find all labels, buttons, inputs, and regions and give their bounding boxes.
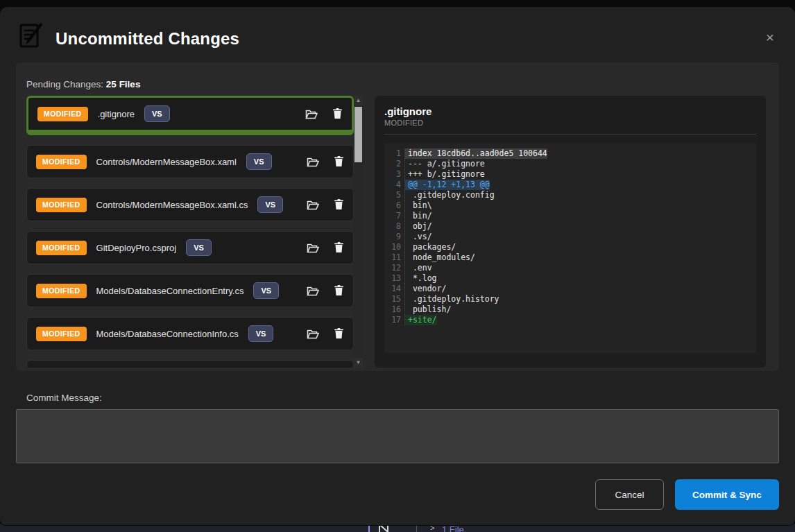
line-number: 12: [388, 263, 405, 273]
line-number: 11: [388, 252, 405, 263]
line-number: 6: [388, 200, 405, 211]
dialog-title: Uncommitted Changes: [55, 29, 239, 49]
row-actions: [305, 108, 343, 119]
row-actions: [307, 242, 344, 253]
vs-diff-button[interactable]: VS: [144, 105, 170, 122]
line-text: .gitdeploy.config: [405, 190, 495, 200]
line-number: 1: [388, 148, 405, 159]
diff-line: 9 .vs/: [388, 232, 752, 242]
file-row[interactable]: MODIFIED .gitignore VS: [26, 96, 354, 135]
line-text: vendor/: [405, 284, 446, 294]
file-list-scrollbar[interactable]: ▲ ▼: [354, 96, 363, 368]
pending-file-count: 25 Files: [106, 79, 141, 89]
diff-panel: .gitignore MODIFIED 1index 18cdb6d..aad0…: [375, 96, 766, 368]
diff-line: 12 .env: [388, 263, 752, 273]
trash-icon[interactable]: [332, 108, 343, 119]
vs-diff-button[interactable]: VS: [253, 282, 279, 299]
commit-message-input[interactable]: [16, 409, 779, 463]
row-actions: [307, 328, 344, 339]
screen: > 1 File Uncommitted Changes × Pending C…: [0, 0, 795, 532]
trash-icon[interactable]: [334, 156, 344, 167]
vs-diff-button[interactable]: VS: [257, 196, 283, 213]
status-badge: MODIFIED: [36, 327, 87, 341]
line-text: .vs/: [405, 232, 432, 242]
line-text: node_modules/: [405, 252, 475, 263]
line-text: +site/: [405, 315, 437, 325]
open-folder-icon[interactable]: [307, 329, 319, 339]
open-folder-icon[interactable]: [307, 200, 319, 210]
line-text: --- a/.gitignore: [405, 159, 485, 169]
scrollbar-thumb[interactable]: [354, 107, 362, 162]
commit-message-label: Commit Message:: [26, 393, 102, 403]
trash-icon[interactable]: [334, 242, 344, 253]
diff-line: 3+++ b/.gitignore: [388, 169, 752, 180]
status-badge: MODIFIED: [36, 198, 87, 212]
diff-line: 11 node_modules/: [388, 252, 752, 263]
open-folder-icon[interactable]: [307, 286, 319, 296]
line-text: publish/: [405, 304, 451, 315]
line-number: 17: [388, 315, 405, 325]
status-badge: MODIFIED: [36, 284, 87, 298]
diff-line: 8 obj/: [388, 221, 752, 232]
line-text: bin/: [405, 211, 432, 221]
scroll-down-arrow[interactable]: ▼: [354, 358, 363, 368]
line-text: .env: [405, 263, 432, 273]
document-edit-icon: [18, 21, 46, 50]
open-folder-icon[interactable]: [305, 109, 318, 119]
file-row[interactable]: MODIFIED Models/DatabaseConnectionEntry.…: [26, 274, 354, 307]
file-row[interactable]: MODIFIED VS: [26, 360, 354, 368]
diff-file-status: MODIFIED: [384, 119, 756, 127]
status-badge: MODIFIED: [36, 155, 87, 169]
vs-diff-button[interactable]: VS: [246, 153, 272, 170]
file-name: GitDeployPro.csproj: [96, 243, 177, 253]
line-text: .gitdeploy.history: [405, 294, 499, 304]
scroll-up-arrow[interactable]: ▲: [354, 96, 363, 105]
pending-label-text: Pending Changes:: [26, 79, 103, 89]
diff-line: 15 .gitdeploy.history: [388, 294, 752, 304]
file-row[interactable]: MODIFIED Controls/ModernMessageBox.xaml.…: [26, 188, 354, 221]
row-actions: [307, 285, 344, 296]
file-name: .gitignore: [98, 109, 135, 119]
status-badge: MODIFIED: [36, 241, 87, 255]
close-icon[interactable]: ×: [760, 28, 780, 47]
row-actions: [307, 156, 344, 167]
file-row[interactable]: MODIFIED GitDeployPro.csproj VS: [26, 231, 354, 264]
cancel-button[interactable]: Cancel: [595, 479, 664, 510]
open-folder-icon[interactable]: [307, 243, 319, 253]
pending-changes-label: Pending Changes: 25 Files: [26, 79, 140, 89]
line-number: 10: [388, 242, 405, 252]
diff-line: 16 publish/: [388, 304, 752, 315]
line-number: 13: [388, 273, 405, 284]
line-text: +++ b/.gitignore: [405, 169, 485, 180]
status-badge: MODIFIED: [37, 107, 88, 121]
diff-line: 17+site/: [388, 315, 752, 325]
diff-line: 10 packages/: [388, 242, 752, 252]
diff-line: 13 *.log: [388, 273, 752, 284]
line-number: 15: [388, 294, 405, 304]
line-text: @@ -1,12 +1,13 @@: [405, 180, 490, 190]
line-text: *.log: [405, 273, 437, 284]
line-number: 9: [388, 232, 405, 242]
vs-diff-button[interactable]: VS: [186, 239, 212, 256]
line-number: 5: [388, 190, 405, 200]
trash-icon[interactable]: [334, 285, 344, 296]
diff-line: 6 bin\: [388, 200, 752, 211]
file-name: Models/DatabaseConnectionEntry.cs: [96, 286, 244, 296]
open-folder-icon[interactable]: [307, 157, 319, 167]
file-row[interactable]: MODIFIED Models/DatabaseConnectionInfo.c…: [26, 317, 354, 350]
vs-diff-button[interactable]: VS: [248, 325, 274, 342]
file-name: Models/DatabaseConnectionInfo.cs: [96, 329, 239, 339]
diff-file-name: .gitignore: [384, 105, 756, 117]
line-text: obj/: [405, 221, 432, 232]
trash-icon[interactable]: [334, 328, 344, 339]
line-number: 8: [388, 221, 405, 232]
line-number: 4: [388, 180, 405, 190]
row-actions: [307, 199, 344, 210]
line-number: 14: [388, 284, 405, 294]
commit-sync-button[interactable]: Commit & Sync: [675, 479, 779, 510]
file-row[interactable]: MODIFIED Controls/ModernMessageBox.xaml …: [26, 145, 354, 178]
file-list: MODIFIED .gitignore VS MODIFIED Controls…: [26, 96, 354, 368]
line-number: 2: [388, 159, 405, 169]
trash-icon[interactable]: [334, 199, 344, 210]
diff-line: 2--- a/.gitignore: [388, 159, 752, 169]
